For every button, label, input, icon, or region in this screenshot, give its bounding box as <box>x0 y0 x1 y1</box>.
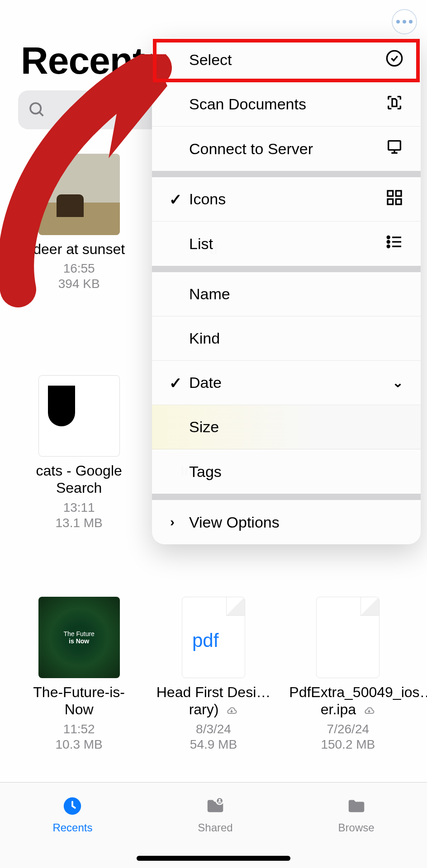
svg-point-10 <box>387 241 389 243</box>
file-name: Head First Desi…rary) <box>155 684 272 718</box>
menu-label: View Options <box>175 514 403 531</box>
file-thumbnail <box>316 597 380 678</box>
search-icon <box>28 101 46 119</box>
file-size: 394 KB <box>58 277 100 291</box>
file-time: 11:52 <box>63 722 95 736</box>
tab-label: Recents <box>52 821 92 834</box>
tab-label: Browse <box>338 821 375 834</box>
file-item[interactable]: pdf Head First Desi…rary) 8/3/24 54.9 MB <box>146 597 280 814</box>
file-thumbnail: The Future is Now <box>38 597 120 678</box>
menu-sort-kind[interactable]: Kind <box>152 316 421 361</box>
file-name: cats - Google Search <box>20 462 138 497</box>
cloud-icon <box>363 706 375 715</box>
file-size: 150.2 MB <box>321 737 375 752</box>
svg-point-16 <box>218 799 221 801</box>
list-icon <box>385 233 403 255</box>
file-size: 10.3 MB <box>56 737 103 752</box>
file-item[interactable]: PdfExtra_50049_ios…er.ipa 7/26/24 150.2 … <box>281 597 415 814</box>
pdf-badge: pdf <box>192 630 218 651</box>
menu-separator <box>152 171 421 177</box>
ellipsis-icon <box>396 20 413 24</box>
menu-label: Scan Documents <box>175 95 385 113</box>
menu-label: Select <box>175 51 385 69</box>
checkmark-icon: ✓ <box>169 190 182 208</box>
file-name: deer at sunset <box>33 241 125 258</box>
menu-label: Size <box>175 418 403 436</box>
file-time: 13:11 <box>63 500 95 515</box>
file-thumbnail: pdf <box>182 597 245 678</box>
menu-label: Kind <box>175 330 403 347</box>
clock-icon <box>59 795 86 817</box>
menu-connect-server[interactable]: Connect to Server <box>152 127 421 171</box>
file-size: 54.9 MB <box>190 737 237 752</box>
menu-separator <box>152 266 421 272</box>
file-item[interactable]: cats - Google Search 13:11 13.1 MB <box>12 375 146 592</box>
more-options-button[interactable] <box>392 9 417 34</box>
file-item[interactable]: deer at sunset 16:55 394 KB <box>12 154 146 371</box>
thumbnail-text: The Future <box>63 630 94 637</box>
thumbnail-text: is Now <box>69 637 89 645</box>
menu-separator <box>152 494 421 500</box>
menu-scan-documents[interactable]: Scan Documents <box>152 82 421 127</box>
cloud-icon <box>225 706 238 715</box>
file-time: 7/26/24 <box>327 722 369 736</box>
menu-label: List <box>175 235 385 253</box>
server-icon <box>385 138 403 160</box>
svg-rect-5 <box>396 191 401 196</box>
menu-sort-tags[interactable]: Tags <box>152 449 421 494</box>
file-size: 13.1 MB <box>56 516 103 530</box>
svg-line-1 <box>39 112 43 116</box>
menu-label: Name <box>175 285 403 303</box>
file-item[interactable]: The Future is Now The-Future-is-Now 11:5… <box>12 597 146 814</box>
menu-label: Connect to Server <box>175 140 385 158</box>
tab-bar: Recents Shared Browse <box>0 782 427 868</box>
home-indicator <box>137 856 290 861</box>
context-menu: Select Scan Documents Connect to Server … <box>152 38 421 544</box>
page-title: Recents <box>21 39 166 83</box>
file-time: 16:55 <box>63 261 95 276</box>
svg-rect-4 <box>388 191 393 196</box>
file-thumbnail <box>38 375 120 457</box>
menu-sort-size[interactable]: Size <box>152 405 421 449</box>
file-name: The-Future-is-Now <box>20 684 138 718</box>
svg-point-2 <box>387 51 402 66</box>
tab-label: Shared <box>198 821 232 834</box>
svg-rect-7 <box>396 199 401 204</box>
chevron-right-icon: › <box>170 515 175 529</box>
svg-rect-3 <box>389 141 401 150</box>
menu-view-icons[interactable]: ✓ Icons <box>152 177 421 222</box>
menu-view-options[interactable]: › View Options <box>152 500 421 544</box>
tab-shared[interactable]: Shared <box>198 795 232 834</box>
svg-rect-6 <box>388 199 393 204</box>
file-thumbnail <box>38 154 120 235</box>
chevron-down-icon: ⌄ <box>392 376 403 390</box>
menu-sort-date[interactable]: ✓ Date ⌄ <box>152 361 421 405</box>
svg-point-8 <box>387 236 389 239</box>
folder-icon <box>343 795 370 817</box>
menu-label: Icons <box>175 190 385 208</box>
grid-icon <box>385 189 403 210</box>
menu-sort-name[interactable]: Name <box>152 272 421 316</box>
tab-browse[interactable]: Browse <box>338 795 375 834</box>
tab-recents[interactable]: Recents <box>52 795 92 834</box>
menu-select[interactable]: Select <box>152 38 421 82</box>
scan-icon <box>385 94 403 115</box>
menu-view-list[interactable]: List <box>152 222 421 266</box>
checkmark-icon: ✓ <box>169 374 182 392</box>
svg-point-12 <box>387 245 389 248</box>
menu-label: Tags <box>175 463 403 481</box>
menu-label: Date <box>175 374 392 392</box>
checkmark-circle-icon <box>385 49 403 71</box>
shared-folder-icon <box>202 795 229 817</box>
svg-point-0 <box>30 103 41 113</box>
file-time: 8/3/24 <box>196 722 231 736</box>
file-name: PdfExtra_50049_ios…er.ipa <box>289 684 407 718</box>
